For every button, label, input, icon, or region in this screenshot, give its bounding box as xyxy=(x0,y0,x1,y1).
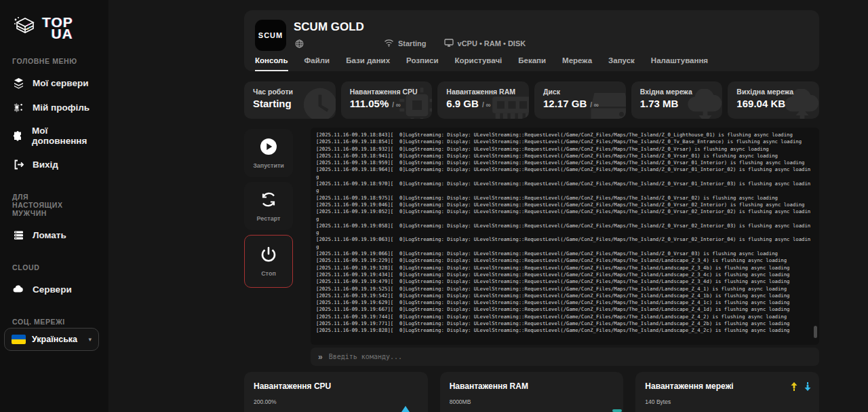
hdd-icon xyxy=(589,89,626,119)
console-line: [2025.11.16-09.19.18:970][ 0]LogStreamin… xyxy=(316,181,812,195)
server-stack-icon xyxy=(12,15,38,41)
console-scrollbar[interactable] xyxy=(814,326,817,338)
tab-console[interactable]: Консоль xyxy=(255,52,288,71)
sidebar-item-logout[interactable]: Вихід xyxy=(0,152,108,176)
console-line: [2025.11.16-09.19.19:479][ 0]LogStreamin… xyxy=(316,278,812,285)
section-title-main-menu: ГОЛОВНЕ МЕНЮ xyxy=(0,41,108,71)
console-line: [2025.11.16-09.19.19:744][ 0]LogStreamin… xyxy=(316,314,812,320)
ukraine-flag-icon xyxy=(12,335,26,344)
power-icon xyxy=(260,246,277,266)
wifi-icon xyxy=(384,39,394,48)
console-line: [2025.11.16-09.19.19:052][ 0]LogStreamin… xyxy=(316,208,812,223)
sidebar-item-label: Мій профіль xyxy=(33,102,90,113)
sidebar-item-label: Ломать xyxy=(33,230,66,240)
server-tabs: Консоль Файли Бази даних Розписи Користу… xyxy=(255,52,808,71)
console-line: [2025.11.16-09.19.18:843][ 0]LogStreamin… xyxy=(316,132,812,138)
tab-databases[interactable]: Бази даних xyxy=(346,52,390,71)
console-line: [2025.11.16-09.19.19:542][ 0]LogStreamin… xyxy=(316,293,812,299)
app-root: TOPUA ГОЛОВНЕ МЕНЮ Мої сервери Мій профі… xyxy=(0,0,868,412)
puzzle-icon xyxy=(12,130,24,142)
chevron-down-icon: ▾ xyxy=(88,336,92,343)
ram-axis-max-label: 8000MB xyxy=(450,398,614,405)
sidebar-item-my-servers[interactable]: Мої сервери xyxy=(0,71,108,95)
ram-chart-card: Навантаження RAM 8000MB xyxy=(440,372,624,412)
clock-icon xyxy=(300,85,336,119)
cloud-icon xyxy=(12,283,24,295)
gears-icon xyxy=(12,101,24,113)
layers-icon xyxy=(12,77,24,89)
status-group: Starting xyxy=(384,39,427,48)
sidebar-item-label: Сервери xyxy=(33,284,72,295)
console-line: [2025.11.16-09.19.19:667][ 0]LogStreamin… xyxy=(316,306,812,313)
prompt-icon: » xyxy=(318,352,323,362)
stats-row: Час роботи Starting Навантаження CPU 111… xyxy=(244,81,819,119)
tab-users[interactable]: Користувачі xyxy=(455,52,502,71)
cloud-download-icon xyxy=(684,89,722,119)
brand-wordmark: TOPUA xyxy=(42,16,73,39)
server-rack-icon xyxy=(12,229,24,241)
command-bar: » xyxy=(311,348,819,366)
restart-button[interactable]: Рестарт xyxy=(244,182,293,230)
tab-files[interactable]: Файли xyxy=(304,52,330,71)
console-line: [2025.11.16-09.19.19:525][ 0]LogStreamin… xyxy=(316,286,812,293)
section-title-for-real-men: ДЛЯ НАСТОЯЩИХ МУЖЧИН xyxy=(0,176,94,223)
monitor-icon xyxy=(444,39,454,48)
sidebar: TOPUA ГОЛОВНЕ МЕНЮ Мої сервери Мій профі… xyxy=(0,0,108,412)
console-line: [2025.11.16-09.19.19:328][ 0]LogStreamin… xyxy=(316,265,812,271)
network-chart-card: Навантаження мережі 140 Bytes xyxy=(635,372,819,412)
tab-schedules[interactable]: Розписи xyxy=(406,52,438,71)
console-line: [2025.11.16-09.19.19:066][ 0]LogStreamin… xyxy=(316,250,812,257)
sidebar-item-lomat[interactable]: Ломать xyxy=(0,223,108,247)
stat-ram: Навантаження RAM 6.9 GB/ ∞ xyxy=(437,81,529,119)
tab-settings[interactable]: Налаштування xyxy=(651,52,708,71)
cpu-chart-card: Навантаження CPU 200.00% xyxy=(244,372,428,412)
sidebar-item-my-profile[interactable]: Мій профіль xyxy=(0,95,108,119)
cpu-axis-max-label: 200.00% xyxy=(254,398,418,405)
stat-cpu: Навантаження CPU 111.05%/ ∞ xyxy=(341,81,433,119)
console-line: [2025.11.16-09.19.19:771][ 0]LogStreamin… xyxy=(316,320,812,327)
sidebar-item-my-addons[interactable]: Мої доповнення xyxy=(0,119,108,152)
upload-arrow-icon xyxy=(791,381,797,394)
cpu-icon xyxy=(398,86,432,119)
server-name: SCUM GOLD xyxy=(294,20,364,34)
language-selector[interactable]: Українська ▾ xyxy=(4,328,99,351)
status-text: Starting xyxy=(398,39,427,48)
restart-icon xyxy=(260,191,277,211)
console-line: [2025.11.16-09.19.19:063][ 0]LogStreamin… xyxy=(316,236,812,250)
console-log[interactable]: [2025.11.16-09.19.18:843][ 0]LogStreamin… xyxy=(311,128,819,345)
ram-chart-line-fragment xyxy=(612,409,622,412)
specs-text: vCPU • RAM • DISK xyxy=(458,39,526,48)
tab-network[interactable]: Мережа xyxy=(562,52,592,71)
language-label: Українська xyxy=(32,335,82,344)
brand-logo[interactable]: TOPUA xyxy=(0,0,108,41)
console-line: [2025.11.16-09.19.18:964][ 0]LogStreamin… xyxy=(316,166,812,181)
console-line: [2025.11.16-09.19.18:959][ 0]LogStreamin… xyxy=(316,160,812,166)
play-icon xyxy=(260,138,277,158)
stat-network-out: Вихідна мережа 169.04 KB xyxy=(728,81,819,119)
command-input[interactable] xyxy=(329,353,812,360)
sidebar-item-label: Мої доповнення xyxy=(32,126,96,146)
stop-button[interactable]: Стоп xyxy=(244,235,293,288)
section-title-social: СОЦ. МЕРЕЖІ xyxy=(0,301,108,329)
cpu-chart-cursor-marker xyxy=(401,406,410,412)
server-meta: Starting vCPU • RAM • DISK xyxy=(295,39,808,48)
download-arrow-icon xyxy=(804,381,811,394)
stat-disk: Диск 12.17 GB/ ∞ xyxy=(534,81,626,119)
console-line: [2025.11.16-09.19.19:046][ 0]LogStreamin… xyxy=(316,202,812,208)
start-button[interactable]: Запустити xyxy=(244,129,293,177)
console-line: [2025.11.16-09.19.18:854][ 0]LogStreamin… xyxy=(316,138,812,145)
console-line: [2025.11.16-09.19.18:975][ 0]LogStreamin… xyxy=(316,195,812,202)
sidebar-item-cloud-servers[interactable]: Сервери xyxy=(0,277,108,301)
console-line: [2025.11.16-09.19.19:058][ 0]LogStreamin… xyxy=(316,223,812,237)
specs-group: vCPU • RAM • DISK xyxy=(444,39,526,48)
section-title-cloud: CLOUD xyxy=(0,247,108,277)
server-header-card: SCUM SCUM GOLD Starting vCPU • RAM • DIS… xyxy=(244,10,819,71)
console-line: [2025.11.16-09.19.19:229][ 0]LogStreamin… xyxy=(316,257,812,264)
stat-uptime: Час роботи Starting xyxy=(244,81,336,119)
ram-icon xyxy=(491,90,529,119)
tab-backups[interactable]: Бекапи xyxy=(518,52,546,71)
stat-network-in: Вхідна мережа 1.73 MB xyxy=(631,81,723,119)
charts-row: Навантаження CPU 200.00% Навантаження RA… xyxy=(244,372,819,412)
tab-startup[interactable]: Запуск xyxy=(608,52,635,71)
sidebar-item-label: Мої сервери xyxy=(33,78,88,88)
